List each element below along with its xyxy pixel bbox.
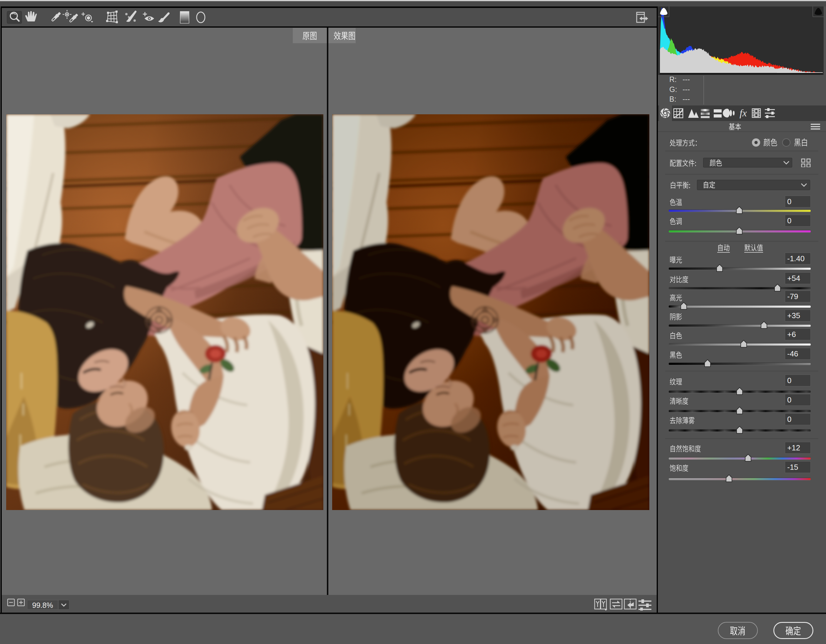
svg-text:fx: fx: [739, 108, 747, 118]
